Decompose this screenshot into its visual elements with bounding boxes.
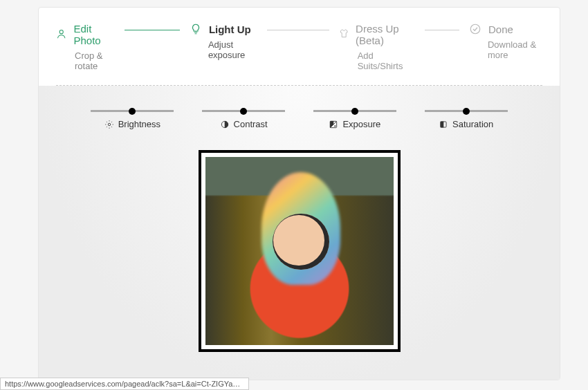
person-icon [56, 28, 66, 41]
saturation-slider[interactable] [425, 110, 508, 112]
slider-label: Contrast [234, 119, 268, 129]
brightness-slider[interactable] [91, 110, 174, 112]
slider-contrast: Contrast [195, 110, 293, 129]
step-subtitle: Add Suits/Shirts [358, 50, 415, 71]
slider-thumb[interactable] [240, 108, 247, 115]
step-title: Dress Up (Beta) [356, 23, 415, 46]
photo-preview-frame [199, 150, 401, 352]
slider-thumb[interactable] [351, 108, 358, 115]
slider-label: Brightness [118, 119, 160, 129]
step-title: Edit Photo [73, 23, 114, 46]
slider-thumb[interactable] [463, 108, 470, 115]
saturation-icon [439, 120, 448, 129]
step-subtitle: Adjust exposure [208, 39, 257, 60]
step-subtitle: Download & more [488, 39, 542, 60]
svg-rect-6 [441, 121, 443, 127]
slider-brightness: Brightness [84, 110, 181, 129]
step-edit-photo[interactable]: Edit Photo Crop & rotate [56, 23, 115, 71]
step-done[interactable]: Done Download & more [469, 23, 542, 60]
svg-point-2 [108, 123, 111, 126]
contrast-slider[interactable] [202, 110, 285, 112]
step-connector [425, 30, 459, 30]
step-dress-up[interactable]: Dress Up (Beta) Add Suits/Shirts [339, 23, 415, 71]
shirt-icon [339, 28, 349, 41]
step-title: Light Up [209, 24, 251, 35]
step-title: Done [488, 24, 513, 35]
photo-preview[interactable] [205, 157, 394, 345]
step-connector [267, 30, 329, 30]
step-connector [125, 30, 180, 30]
slider-thumb[interactable] [129, 108, 136, 115]
sliders-row: Brightness Contrast [56, 110, 542, 129]
bulb-icon [190, 23, 202, 35]
step-subtitle: Crop & rotate [75, 50, 115, 71]
slider-exposure: Exposure [306, 110, 404, 129]
editor-area: Brightness Contrast [39, 86, 560, 380]
step-light-up[interactable]: Light Up Adjust exposure [190, 23, 257, 60]
svg-point-1 [470, 24, 480, 34]
exposure-icon [329, 120, 338, 129]
slider-label: Saturation [452, 119, 493, 129]
wizard-steps: Edit Photo Crop & rotate Light Up Adjust… [39, 8, 560, 71]
exposure-slider[interactable] [313, 110, 396, 112]
slider-label: Exposure [342, 119, 380, 129]
contrast-icon [220, 120, 230, 129]
svg-point-0 [59, 30, 63, 34]
editor-panel: Edit Photo Crop & rotate Light Up Adjust… [38, 7, 560, 380]
check-circle-icon [469, 23, 481, 35]
sun-icon [104, 120, 114, 129]
slider-saturation: Saturation [417, 110, 515, 129]
browser-statusbar: https://www.googleadservices.com/pagead/… [0, 378, 249, 390]
